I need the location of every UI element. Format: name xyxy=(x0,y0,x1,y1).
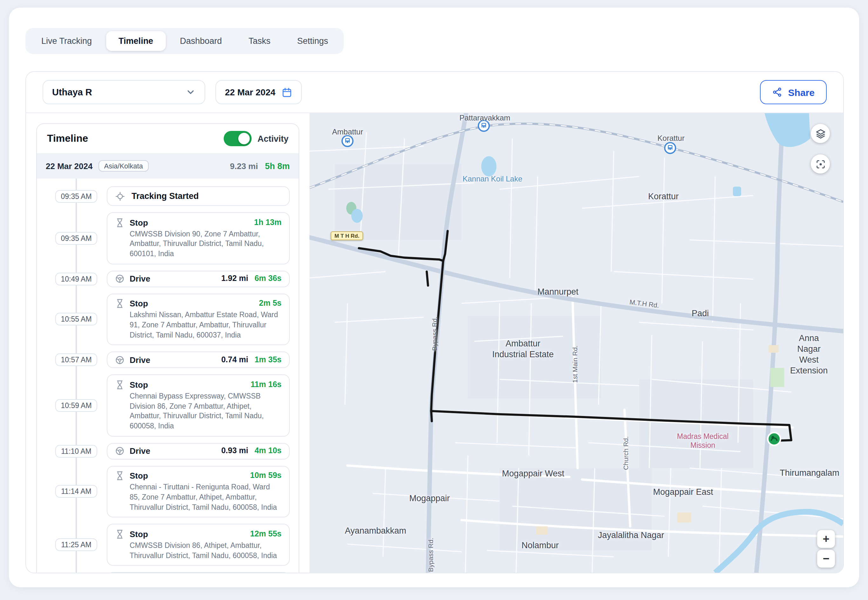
tab-dashboard[interactable]: Dashboard xyxy=(167,31,234,51)
calendar-icon xyxy=(282,87,293,98)
event-time-chip: 11:14 AM xyxy=(55,485,97,498)
share-button[interactable]: Share xyxy=(760,80,827,104)
event-time-column: 09:35 AM xyxy=(37,232,107,245)
timeline-panel: Timeline Activity 22 Mar 2024 Asia/Kolka… xyxy=(36,123,299,573)
timeline-event-row: 11:25 AMStop12m 55sCMWSSB Division 86, A… xyxy=(37,524,299,565)
event-time-column: 11:25 AM xyxy=(37,538,107,551)
zoom-in-button[interactable]: + xyxy=(817,530,835,548)
tab-settings[interactable]: Settings xyxy=(284,31,341,51)
stop-card[interactable]: Stop2m 5sLakshmi Nissan, Ambattur Estate… xyxy=(107,293,290,345)
share-icon xyxy=(772,87,783,97)
stop-card-header: Stop11m 16s xyxy=(115,379,281,390)
tab-live-tracking[interactable]: Live Tracking xyxy=(29,31,104,51)
date-picker[interactable]: 22 Mar 2024 xyxy=(215,80,302,104)
stop-card[interactable]: Stop1h 13mCMWSSB Division 90, Zone 7 Amb… xyxy=(107,212,290,264)
vehicle-marker[interactable] xyxy=(768,433,780,445)
tab-tasks[interactable]: Tasks xyxy=(236,31,283,51)
tracking-card: Uthaya R 22 Mar 2024 Share xyxy=(26,71,844,573)
event-time-chip: 10:59 AM xyxy=(55,399,97,412)
drive-card[interactable]: Drive0.74 mi1m 35s xyxy=(107,352,290,368)
steering-wheel-icon xyxy=(115,274,124,283)
drive-stats: 0.93 mi4m 10s xyxy=(221,445,281,456)
steering-wheel-icon xyxy=(115,446,124,456)
timeline-list: 09:35 AMTracking Started09:35 AMStop1h 1… xyxy=(37,179,299,573)
stop-card-header: Stop2m 5s xyxy=(115,298,281,309)
map-layers-button[interactable] xyxy=(811,124,830,143)
timeline-event-row: 09:35 AMStop1h 13mCMWSSB Division 90, Zo… xyxy=(37,212,299,264)
stop-card[interactable]: Stop12m 55sCMWSSB Division 86, Athipet, … xyxy=(107,524,290,565)
user-select-value: Uthaya R xyxy=(52,87,92,97)
timeline-page: Live TrackingTimelineDashboardTasksSetti… xyxy=(0,0,868,600)
event-time-chip: 10:57 AM xyxy=(55,353,97,366)
drive-card[interactable]: Drive1.92 mi6m 36s xyxy=(107,270,290,287)
event-time-column: 11:10 AM xyxy=(37,445,107,457)
event-time-chip: 10:55 AM xyxy=(55,313,97,326)
event-title: Drive xyxy=(130,273,150,284)
hourglass-icon xyxy=(115,529,124,539)
date-picker-value: 22 Mar 2024 xyxy=(225,87,275,97)
stop-card-header: Stop1h 13m xyxy=(115,217,281,228)
event-address: Lakshmi Nissan, Ambattur Estate Road, Wa… xyxy=(130,310,281,340)
hourglass-icon xyxy=(115,218,124,227)
summary-stats: 9.23 mi 5h 8m xyxy=(230,161,290,171)
stop-card[interactable]: Stop11m 16sChennai Bypass Expressway, CM… xyxy=(107,374,290,436)
user-select[interactable]: Uthaya R xyxy=(42,80,205,104)
timeline-event-row: 09:35 AMTracking Started xyxy=(37,186,299,206)
event-duration: 12m 55s xyxy=(250,529,281,539)
event-time-column: 10:55 AM xyxy=(37,313,107,326)
timeline-event-row: 10:49 AMDrive1.92 mi6m 36s xyxy=(37,270,299,287)
event-time-chip: 11:10 AM xyxy=(55,445,97,457)
event-time-column: 10:49 AM xyxy=(37,272,107,285)
event-title: Stop xyxy=(130,298,148,309)
event-distance: 0.93 mi xyxy=(221,445,248,456)
hourglass-icon xyxy=(115,299,124,308)
event-duration: 2m 5s xyxy=(259,298,281,309)
share-label: Share xyxy=(788,87,815,98)
body-row: Timeline Activity 22 Mar 2024 Asia/Kolka… xyxy=(26,113,843,573)
event-duration: 4m 10s xyxy=(254,445,281,456)
steering-wheel-icon xyxy=(115,355,124,365)
timeline-event-row: 11:10 AMDrive0.93 mi4m 10s xyxy=(37,443,299,459)
activity-toggle[interactable] xyxy=(224,131,252,146)
stop-card-header: Stop10m 59s xyxy=(115,470,281,481)
event-title: Stop xyxy=(130,529,148,539)
event-duration: 11m 16s xyxy=(251,379,281,390)
timeline-event-row: 10:59 AMStop11m 16sChennai Bypass Expres… xyxy=(37,374,299,436)
timeline-panel-header: Timeline Activity xyxy=(37,124,299,153)
event-title: Stop xyxy=(130,217,148,228)
summary-duration: 5h 8m xyxy=(265,161,290,171)
event-time-column: 10:57 AM xyxy=(37,353,107,366)
recenter-icon xyxy=(815,159,826,170)
event-address: Chennai Bypass Expressway, CMWSSB Divisi… xyxy=(130,391,281,432)
drive-card[interactable]: Drive0.07 mi1m 46s xyxy=(107,572,290,573)
event-address: CMWSSB Division 90, Zone 7 Ambattur, Amb… xyxy=(130,229,281,259)
event-time-chip: 09:35 AM xyxy=(55,232,97,245)
drive-card[interactable]: Drive0.93 mi4m 10s xyxy=(107,443,290,459)
timeline-event-row: 10:57 AMDrive0.74 mi1m 35s xyxy=(37,352,299,368)
map-canvas[interactable] xyxy=(310,113,843,573)
event-time-chip: 09:35 AM xyxy=(55,190,97,202)
event-title: Tracking Started xyxy=(132,191,199,201)
stop-card[interactable]: Stop10m 59sChennai - Tiruttani - Renigun… xyxy=(107,465,290,517)
event-time-chip: 11:25 AM xyxy=(55,538,97,551)
event-address: Chennai - Tiruttani - Renigunta Road, Wa… xyxy=(130,482,281,513)
zoom-out-button[interactable]: − xyxy=(817,550,835,568)
tab-timeline[interactable]: Timeline xyxy=(106,31,166,51)
map-recenter-button[interactable] xyxy=(811,155,830,174)
road-shield-badge: M T H Rd. xyxy=(331,231,363,240)
tab-bar: Live TrackingTimelineDashboardTasksSetti… xyxy=(26,28,344,54)
drive-stats: 1.92 mi6m 36s xyxy=(221,273,281,284)
summary-distance: 9.23 mi xyxy=(230,161,258,171)
layers-icon xyxy=(815,128,826,139)
event-title: Drive xyxy=(130,445,150,456)
map[interactable]: PattaravakkamAmbatturKoratturKannan Koil… xyxy=(310,113,843,573)
event-title: Stop xyxy=(130,470,148,481)
event-time-column: 09:35 AM xyxy=(37,190,107,202)
tracking-started-icon xyxy=(115,191,125,201)
event-time-column: 11:14 AM xyxy=(37,485,107,498)
transit-stop-icon xyxy=(478,120,489,131)
day-summary-row: 22 Mar 2024 Asia/Kolkata 9.23 mi 5h 8m xyxy=(37,153,299,179)
activity-toggle-wrap: Activity xyxy=(224,131,289,146)
timezone-badge: Asia/Kolkata xyxy=(98,160,148,171)
stop-card-header: Stop12m 55s xyxy=(115,529,281,539)
